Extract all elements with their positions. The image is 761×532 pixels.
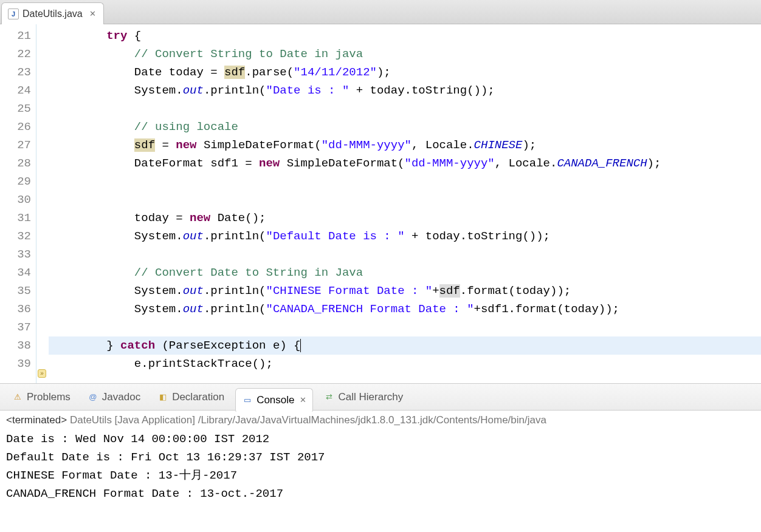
code-line[interactable]: System.out.println("CHINESE Format Date … [49, 282, 761, 300]
code-line[interactable]: e.printStackTrace(); [49, 355, 761, 373]
code-line[interactable]: try { [49, 27, 761, 45]
close-icon[interactable]: ✕ [300, 395, 306, 404]
editor-tab[interactable]: J DateUtils.java ✕ [1, 2, 104, 24]
line-number: 24 [0, 81, 31, 100]
editor-tab-label: DateUtils.java [22, 9, 83, 19]
line-number: 30 [0, 191, 31, 209]
code-line[interactable]: Date today = sdf.parse("14/11/2012"); [49, 63, 761, 81]
editor-margin: » [36, 24, 49, 383]
code-line[interactable]: System.out.println("CANADA_FRENCH Format… [49, 300, 761, 318]
line-number: 28 [0, 154, 31, 172]
line-number: 39 [0, 355, 31, 373]
line-number: 27 [0, 136, 31, 154]
line-number: 38 [0, 336, 31, 355]
editor-tab-bar: J DateUtils.java ✕ [0, 0, 761, 24]
code-line[interactable]: // Convert String to Date in java [49, 45, 761, 63]
code-line[interactable]: // Convert Date to String in Java [49, 264, 761, 282]
code-editor[interactable]: 21222324252627282930313233343536373839 »… [0, 24, 761, 384]
line-number: 25 [0, 100, 31, 118]
tab-console[interactable]: ▭ Console ✕ [235, 388, 312, 412]
line-number: 21 [0, 27, 31, 45]
code-line[interactable] [49, 100, 761, 118]
console-jvm-path: /Library/Java/JavaVirtualMachines/jdk1.8… [198, 414, 546, 426]
tab-javadoc[interactable]: @ Javadoc [81, 389, 146, 406]
code-area[interactable]: try { // Convert String to Date in java … [49, 24, 761, 383]
bottom-tab-bar: ⚠ Problems @ Javadoc ◧ Declaration ▭ Con… [0, 384, 761, 411]
tab-call-hierarchy[interactable]: ⇄ Call Hierarchy [318, 389, 410, 406]
line-number-gutter: 21222324252627282930313233343536373839 [0, 24, 36, 383]
tab-problems[interactable]: ⚠ Problems [6, 389, 77, 406]
bottom-panel: ⚠ Problems @ Javadoc ◧ Declaration ▭ Con… [0, 384, 761, 532]
line-number: 29 [0, 172, 31, 191]
warning-marker-icon: » [38, 369, 46, 378]
hierarchy-icon: ⇄ [324, 392, 335, 403]
code-line[interactable] [49, 172, 761, 191]
line-number: 22 [0, 45, 31, 63]
code-line[interactable] [49, 191, 761, 209]
line-number: 37 [0, 318, 31, 336]
close-icon[interactable]: ✕ [89, 10, 97, 18]
line-number: 34 [0, 264, 31, 282]
terminated-label: <terminated> [6, 414, 67, 426]
code-line[interactable]: } catch (ParseException e) { [49, 336, 761, 355]
warning-icon: ⚠ [12, 392, 23, 403]
line-number: 33 [0, 245, 31, 264]
at-icon: @ [88, 392, 98, 403]
line-number: 26 [0, 118, 31, 136]
line-number: 35 [0, 282, 31, 300]
code-line[interactable]: today = new Date(); [49, 209, 761, 227]
code-line[interactable]: sdf = new SimpleDateFormat("dd-MMM-yyyy"… [49, 136, 761, 154]
console-status-line: <terminated> DateUtils [Java Application… [0, 411, 761, 428]
code-line[interactable] [49, 245, 761, 264]
line-number: 31 [0, 209, 31, 227]
line-number: 23 [0, 63, 31, 81]
code-line[interactable]: System.out.println("Date is : " + today.… [49, 81, 761, 100]
tab-declaration[interactable]: ◧ Declaration [151, 389, 230, 406]
declaration-icon: ◧ [157, 392, 168, 403]
code-line[interactable]: System.out.println("Default Date is : " … [49, 227, 761, 245]
line-number: 36 [0, 300, 31, 318]
console-app-name: DateUtils [Java Application] [70, 414, 195, 426]
text-cursor [300, 339, 301, 352]
line-number: 32 [0, 227, 31, 245]
code-line[interactable] [49, 318, 761, 336]
console-icon: ▭ [242, 395, 253, 406]
code-line[interactable]: // using locale [49, 118, 761, 136]
code-line[interactable]: DateFormat sdf1 = new SimpleDateFormat("… [49, 154, 761, 172]
java-file-icon: J [8, 9, 19, 19]
console-output[interactable]: Date is : Wed Nov 14 00:00:00 IST 2012 D… [0, 428, 761, 532]
